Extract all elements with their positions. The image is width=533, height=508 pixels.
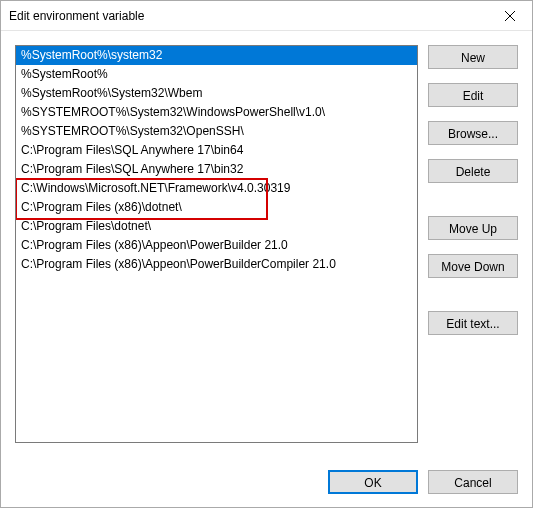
list-item[interactable]: %SYSTEMROOT%\System32\OpenSSH\	[16, 122, 417, 141]
close-button[interactable]	[487, 1, 532, 30]
list-item[interactable]: C:\Program Files (x86)\Appeon\PowerBuild…	[16, 255, 417, 274]
window-title: Edit environment variable	[9, 9, 144, 23]
move-up-button[interactable]: Move Up	[428, 216, 518, 240]
edit-env-var-dialog: Edit environment variable %SystemRoot%\s…	[0, 0, 533, 508]
dialog-content: %SystemRoot%\system32%SystemRoot%%System…	[1, 31, 532, 457]
edit-text-button[interactable]: Edit text...	[428, 311, 518, 335]
list-item[interactable]: %SystemRoot%\System32\Wbem	[16, 84, 417, 103]
list-item[interactable]: C:\Program Files\SQL Anywhere 17\bin32	[16, 160, 417, 179]
list-item[interactable]: C:\Program Files\dotnet\	[16, 217, 417, 236]
list-item[interactable]: C:\Program Files (x86)\Appeon\PowerBuild…	[16, 236, 417, 255]
list-item[interactable]: C:\Program Files (x86)\dotnet\	[16, 198, 417, 217]
close-icon	[505, 11, 515, 21]
list-item[interactable]: C:\Windows\Microsoft.NET\Framework\v4.0.…	[16, 179, 417, 198]
ok-button[interactable]: OK	[328, 470, 418, 494]
side-button-column: New Edit Browse... Delete Move Up Move D…	[428, 45, 518, 457]
titlebar: Edit environment variable	[1, 1, 532, 31]
list-item[interactable]: %SystemRoot%	[16, 65, 417, 84]
list-item[interactable]: C:\Program Files\SQL Anywhere 17\bin64	[16, 141, 417, 160]
move-down-button[interactable]: Move Down	[428, 254, 518, 278]
cancel-button[interactable]: Cancel	[428, 470, 518, 494]
path-listbox[interactable]: %SystemRoot%\system32%SystemRoot%%System…	[15, 45, 418, 443]
delete-button[interactable]: Delete	[428, 159, 518, 183]
edit-button[interactable]: Edit	[428, 83, 518, 107]
list-item[interactable]: %SystemRoot%\system32	[16, 46, 417, 65]
browse-button[interactable]: Browse...	[428, 121, 518, 145]
list-item[interactable]: %SYSTEMROOT%\System32\WindowsPowerShell\…	[16, 103, 417, 122]
dialog-footer: OK Cancel	[1, 457, 532, 507]
new-button[interactable]: New	[428, 45, 518, 69]
